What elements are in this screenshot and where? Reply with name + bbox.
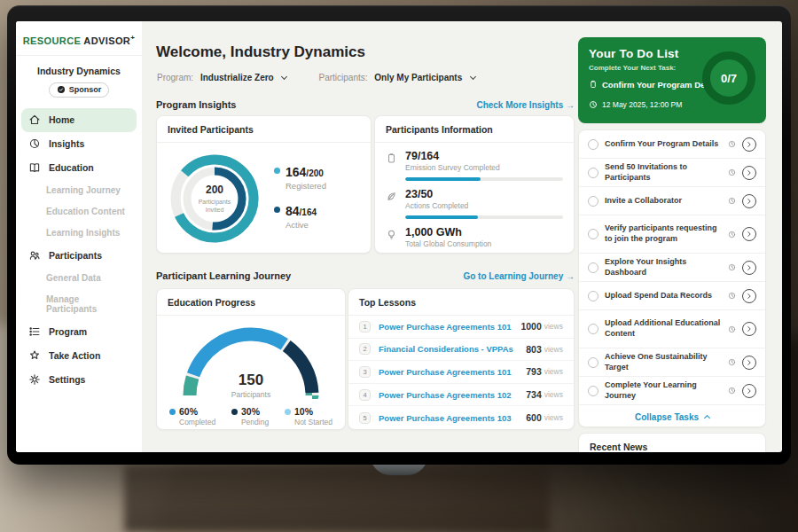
todo-checkbox[interactable] <box>588 196 598 207</box>
active-legend-entry: 84/164 Active <box>274 203 364 230</box>
todo-open-button[interactable] <box>742 227 756 241</box>
todo-summary-panel: Your To Do List Complete Your Next Task:… <box>578 37 766 123</box>
recent-news-card: Recent News <box>578 433 766 452</box>
lesson-views: 734 <box>526 389 542 400</box>
completed-label: Completed <box>179 418 215 426</box>
card-title: Top Lessons <box>348 289 574 316</box>
sponsor-badge[interactable]: Sponsor <box>49 82 109 98</box>
sidebar-item-manage-participants[interactable]: Manage Participants <box>16 289 142 320</box>
link-label: Check More Insights <box>476 100 563 110</box>
sidebar-item-learning-insights[interactable]: Learning Insights <box>16 223 142 244</box>
lesson-link[interactable]: Power Purchase Agreements 102 <box>379 390 526 400</box>
clock-icon <box>728 358 736 366</box>
actions-completed-stat: 23/50 Actions Completed <box>375 181 574 210</box>
registered-value: 164 <box>286 165 306 179</box>
check-more-insights-link[interactable]: Check More Insights → <box>476 100 575 110</box>
active-total: /164 <box>300 207 317 217</box>
todo-checkbox[interactable] <box>588 324 598 334</box>
lesson-rank: 1 <box>359 321 371 332</box>
education-progress-card: Education Progress 150 Participants <box>156 288 346 430</box>
pending-pct: 30% <box>241 406 260 417</box>
todo-open-button[interactable] <box>742 261 756 275</box>
logo-plus: + <box>130 34 135 42</box>
lesson-link[interactable]: Power Purchase Agreements 103 <box>379 413 526 423</box>
todo-item-label: Explore Your Insights Dashboard <box>605 257 722 278</box>
card-title: Invited Participants <box>157 116 371 143</box>
program-filter-value: Industrialize Zero <box>200 73 274 82</box>
gauge-value: 150 <box>176 372 326 389</box>
sidebar-item-program[interactable]: Program <box>16 320 142 344</box>
todo-checkbox[interactable] <box>588 168 598 178</box>
participants-filter-value: Only My Participants <box>374 73 462 82</box>
logo-advisor: ADVISOR <box>83 35 130 46</box>
collapse-tasks-link[interactable]: Collapse Tasks <box>579 405 765 427</box>
todo-item-label: Confirm Your Program Details <box>605 139 722 150</box>
todo-checkbox[interactable] <box>588 386 598 396</box>
monitor-frame: RESOURCE ADVISOR+ Industry Dynamics Spon… <box>7 5 791 465</box>
todo-checkbox[interactable] <box>588 262 598 273</box>
todo-open-button[interactable] <box>742 166 756 180</box>
todo-checkbox[interactable] <box>588 357 598 368</box>
sidebar-item-insights[interactable]: Insights <box>16 132 142 156</box>
sidebar-item-take-action[interactable]: Take Action <box>16 344 142 368</box>
todo-item: Complete Your Learning Journey <box>579 377 765 405</box>
not-started-legend: 10% Not Started <box>285 406 332 426</box>
clock-icon <box>728 292 736 300</box>
todo-progress-value: 0/7 <box>721 72 737 85</box>
card-title: Recent News <box>579 434 765 452</box>
participants-filter[interactable]: Participants: Only My Participants <box>318 73 475 82</box>
program-filter[interactable]: Program: Industrialize Zero <box>157 73 286 82</box>
survey-clipboard-icon <box>386 152 397 163</box>
education-gauge-chart: 150 Participants <box>176 323 326 399</box>
lesson-link[interactable]: Financial Considerations - VPPAs <box>379 344 526 354</box>
clock-icon <box>728 231 736 239</box>
insights-icon <box>28 137 41 150</box>
todo-open-button[interactable] <box>742 384 756 398</box>
todo-open-button[interactable] <box>742 289 756 303</box>
sidebar-item-label: Education <box>49 162 94 173</box>
todo-item-label: Achieve One Sustainability Target <box>605 352 722 372</box>
todo-item: Send 50 Invitations to Participants <box>579 159 765 187</box>
page-title: Welcome, Industry Dynamics <box>156 43 365 61</box>
sidebar-item-home[interactable]: Home <box>21 108 137 132</box>
stat-label: Total Global Consumption <box>405 239 491 248</box>
todo-open-button[interactable] <box>742 194 756 208</box>
stat-label: Emission Survey Completed <box>405 163 500 172</box>
org-name: Industry Dynamics <box>16 66 142 76</box>
lesson-link[interactable]: Power Purchase Agreements 101 <box>379 322 520 332</box>
todo-open-button[interactable] <box>742 322 756 336</box>
pending-dot <box>231 409 238 415</box>
gear-icon <box>28 373 41 386</box>
global-consumption-stat: 1,000 GWh Total Global Consumption <box>375 219 574 248</box>
todo-open-button[interactable] <box>742 137 756 152</box>
go-to-learning-journey-link[interactable]: Go to Learning Journey → <box>463 271 575 281</box>
todo-checkbox[interactable] <box>588 139 598 150</box>
registered-label: Registered <box>286 181 326 191</box>
lesson-rank: 3 <box>359 366 371 378</box>
sidebar-item-participants[interactable]: Participants <box>16 244 142 268</box>
sidebar-item-general-data[interactable]: General Data <box>16 268 142 289</box>
todo-item: Verify participants requesting to join t… <box>579 215 765 254</box>
leaf-icon <box>386 190 397 201</box>
program-filter-label: Program: <box>157 73 193 82</box>
todo-open-button[interactable] <box>742 356 756 370</box>
arrow-right-icon: → <box>566 100 575 110</box>
invited-count: 200 <box>206 184 223 196</box>
sidebar-item-education[interactable]: Education <box>16 156 142 180</box>
invited-legend: 164/200 Registered 84/164 Active <box>267 156 364 242</box>
lesson-row: 3 Power Purchase Agreements 101 793 view… <box>348 361 574 384</box>
todo-checkbox[interactable] <box>588 291 598 301</box>
invited-count-label: Participants Invited <box>189 198 240 214</box>
clock-icon <box>728 263 736 271</box>
sidebar-item-settings[interactable]: Settings <box>16 368 142 392</box>
lesson-link[interactable]: Power Purchase Agreements 101 <box>379 367 526 377</box>
sidebar-item-education-content[interactable]: Education Content <box>16 201 142 223</box>
todo-checkbox[interactable] <box>588 229 598 239</box>
learning-journey-header: Participant Learning Journey Go to Learn… <box>156 270 575 281</box>
sidebar-item-learning-journey[interactable]: Learning Journey <box>16 180 142 201</box>
registered-total: /200 <box>306 168 323 178</box>
not-started-dot <box>285 409 291 415</box>
active-value: 84 <box>286 204 300 218</box>
stat-value: 79/164 <box>405 150 500 162</box>
sidebar-item-label: Education Content <box>46 207 125 216</box>
